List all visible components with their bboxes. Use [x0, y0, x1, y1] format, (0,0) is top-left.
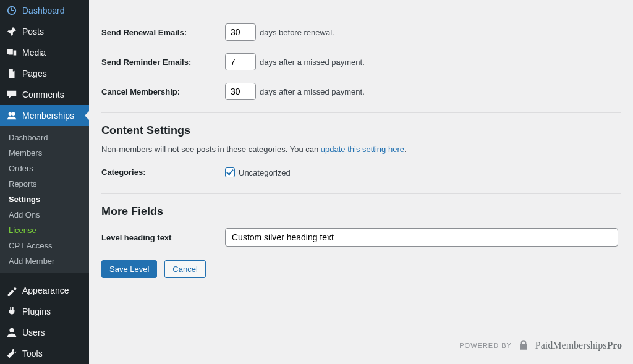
- desc-prefix: Non-members will not see posts in these …: [101, 145, 321, 154]
- pages-icon: [6, 68, 17, 79]
- powered-prefix: POWERED BY: [459, 342, 512, 349]
- svg-point-1: [12, 112, 15, 116]
- sidebar-item-tools[interactable]: Tools: [0, 343, 89, 364]
- cancel-input[interactable]: [225, 83, 256, 100]
- brand-light: PaidMemberships: [535, 340, 607, 350]
- sidebar-item-label: Posts: [22, 27, 44, 36]
- sidebar-item-pages[interactable]: Pages: [0, 63, 89, 84]
- admin-sidebar: Dashboard Posts Media Pages Comments Mem…: [0, 0, 89, 364]
- sidebar-item-appearance[interactable]: Appearance: [0, 280, 89, 301]
- category-uncategorized-checkbox[interactable]: [225, 167, 235, 177]
- content-settings-title: Content Settings: [101, 124, 621, 137]
- submenu-item-orders[interactable]: Orders: [0, 161, 89, 176]
- sidebar-item-users[interactable]: Users: [0, 322, 89, 343]
- submenu-item-reports[interactable]: Reports: [0, 176, 89, 192]
- sidebar-item-dashboard[interactable]: Dashboard: [0, 0, 89, 21]
- submenu-item-members[interactable]: Members: [0, 145, 89, 161]
- renewal-label: Send Renewal Emails:: [101, 28, 225, 37]
- sidebar-item-label: Pages: [22, 69, 47, 78]
- row-cancel-membership: Cancel Membership: days after a missed p…: [101, 83, 621, 100]
- content-settings-desc: Non-members will not see posts in these …: [101, 145, 621, 154]
- cancel-button[interactable]: Cancel: [164, 260, 205, 278]
- sidebar-item-label: Dashboard: [22, 6, 65, 15]
- svg-point-2: [9, 328, 14, 332]
- row-categories: Categories: Uncategorized: [101, 165, 621, 177]
- sidebar-item-memberships[interactable]: Memberships: [0, 105, 89, 126]
- renewal-suffix: days before renewal.: [260, 28, 334, 37]
- categories-label: Categories:: [101, 165, 225, 177]
- dashboard-icon: [6, 5, 17, 16]
- memberships-icon: [6, 110, 17, 121]
- sidebar-item-label: Tools: [22, 349, 43, 358]
- row-level-heading: Level heading text: [101, 228, 621, 247]
- lock-icon: [517, 338, 530, 353]
- button-row: Save Level Cancel: [101, 260, 621, 278]
- svg-point-0: [9, 112, 12, 116]
- reminder-suffix: days after a missed payment.: [260, 57, 365, 67]
- sidebar-item-posts[interactable]: Posts: [0, 21, 89, 42]
- sidebar-item-label: Users: [22, 328, 45, 337]
- level-heading-label: Level heading text: [101, 233, 225, 242]
- submenu-item-addmember[interactable]: Add Member: [0, 253, 89, 269]
- submenu-item-settings[interactable]: Settings: [0, 192, 89, 207]
- users-icon: [6, 327, 17, 338]
- submenu-item-cptaccess[interactable]: CPT Access: [0, 238, 89, 253]
- comments-icon: [6, 89, 17, 100]
- appearance-icon: [6, 285, 17, 296]
- plugins-icon: [6, 306, 17, 317]
- category-uncategorized-label: Uncategorized: [239, 168, 291, 177]
- reminder-input[interactable]: [225, 53, 256, 70]
- cancel-label: Cancel Membership:: [101, 87, 225, 96]
- save-level-button[interactable]: Save Level: [101, 260, 157, 278]
- powered-by: POWERED BY PaidMembershipsPro: [459, 338, 622, 353]
- row-renewal-emails: Send Renewal Emails: days before renewal…: [101, 23, 621, 41]
- desc-suffix: .: [404, 145, 407, 154]
- sidebar-item-label: Media: [22, 48, 46, 57]
- tools-icon: [6, 348, 17, 359]
- menu-separator: [0, 273, 89, 280]
- divider: [101, 112, 621, 113]
- submenu-item-license[interactable]: License: [0, 222, 89, 238]
- sidebar-item-plugins[interactable]: Plugins: [0, 301, 89, 322]
- main-content: Send Renewal Emails: days before renewal…: [89, 0, 633, 364]
- sidebar-item-label: Comments: [22, 90, 64, 99]
- memberships-submenu: Dashboard Members Orders Reports Setting…: [0, 126, 89, 273]
- media-icon: [6, 47, 17, 58]
- reminder-label: Send Reminder Emails:: [101, 57, 225, 67]
- more-fields-title: More Fields: [101, 205, 621, 218]
- pin-icon: [6, 26, 17, 37]
- cancel-suffix: days after a missed payment.: [260, 87, 365, 96]
- update-setting-link[interactable]: update this setting here: [321, 145, 404, 154]
- brand-name: PaidMembershipsPro: [535, 340, 622, 351]
- submenu-item-addons[interactable]: Add Ons: [0, 207, 89, 222]
- submenu-item-dashboard[interactable]: Dashboard: [0, 130, 89, 145]
- renewal-input[interactable]: [225, 23, 256, 41]
- divider: [101, 193, 621, 194]
- sidebar-item-label: Appearance: [22, 286, 69, 295]
- sidebar-item-comments[interactable]: Comments: [0, 84, 89, 105]
- sidebar-item-label: Plugins: [22, 307, 51, 316]
- sidebar-item-label: Memberships: [22, 111, 74, 121]
- brand-bold: Pro: [606, 340, 622, 350]
- row-reminder-emails: Send Reminder Emails: days after a misse…: [101, 53, 621, 70]
- sidebar-item-media[interactable]: Media: [0, 42, 89, 63]
- level-heading-input[interactable]: [225, 228, 618, 247]
